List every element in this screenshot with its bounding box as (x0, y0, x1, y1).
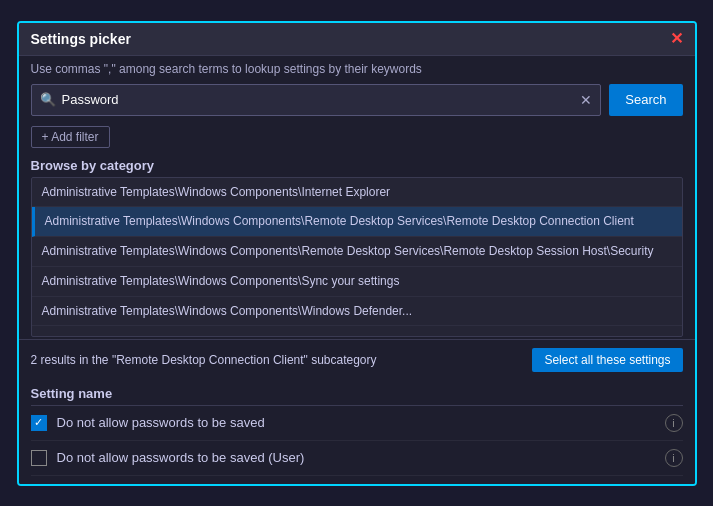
close-button[interactable]: ✕ (670, 31, 683, 47)
setting-row: Do not allow passwords to be savedi (31, 406, 683, 441)
setting-name: Do not allow passwords to be saved (User… (57, 450, 655, 465)
add-filter-button[interactable]: + Add filter (31, 126, 110, 148)
category-item[interactable]: Administrative Templates\Windows Compone… (32, 178, 682, 208)
info-icon[interactable]: i (665, 414, 683, 432)
search-clear-button[interactable]: ✕ (580, 93, 592, 107)
browse-header: Browse by category (19, 154, 695, 175)
category-item[interactable]: Administrative Templates\Windows Compone… (32, 297, 682, 327)
search-row: 🔍 ✕ Search (19, 80, 695, 124)
category-item[interactable]: Administrative Templates\Windows Compone… (32, 207, 682, 237)
search-input[interactable] (62, 92, 581, 107)
dialog-title: Settings picker (31, 31, 131, 47)
search-icon: 🔍 (40, 92, 56, 107)
search-box: 🔍 ✕ (31, 84, 602, 116)
search-button[interactable]: Search (609, 84, 682, 116)
browse-section: Browse by category Administrative Templa… (19, 154, 695, 337)
settings-rows: Do not allow passwords to be savediDo no… (31, 406, 683, 476)
results-summary: 2 results in the "Remote Desktop Connect… (31, 353, 377, 367)
setting-row: Do not allow passwords to be saved (User… (31, 441, 683, 476)
select-all-button[interactable]: Select all these settings (532, 348, 682, 372)
category-list[interactable]: Administrative Templates\Windows Compone… (31, 177, 683, 337)
settings-table: Setting name Do not allow passwords to b… (19, 380, 695, 484)
title-bar: Settings picker ✕ (19, 23, 695, 56)
category-item[interactable]: Administrative Templates\Windows Compone… (32, 237, 682, 267)
info-icon[interactable]: i (665, 449, 683, 467)
setting-name: Do not allow passwords to be saved (57, 415, 655, 430)
category-item[interactable]: Administrative Templates\Windows Compone… (32, 267, 682, 297)
filter-row: + Add filter (19, 124, 695, 154)
dialog-subtitle: Use commas "," among search terms to loo… (19, 56, 695, 80)
results-bar: 2 results in the "Remote Desktop Connect… (19, 339, 695, 380)
setting-checkbox[interactable] (31, 415, 47, 431)
settings-column-header: Setting name (31, 380, 683, 406)
setting-checkbox[interactable] (31, 450, 47, 466)
